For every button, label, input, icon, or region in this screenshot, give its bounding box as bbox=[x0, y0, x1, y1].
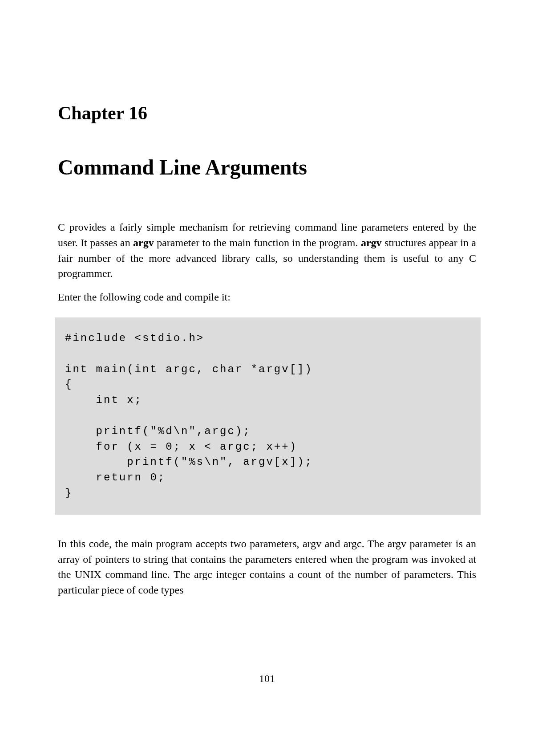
intro-paragraph-2: Enter the following code and compile it: bbox=[58, 289, 476, 305]
bold-argv-2: argv bbox=[361, 237, 382, 248]
code-block: #include <stdio.h> int main(int argc, ch… bbox=[55, 317, 481, 515]
text-fragment: parameter to the main function in the pr… bbox=[154, 237, 361, 248]
page-number: 101 bbox=[0, 673, 534, 685]
bold-argv-1: argv bbox=[133, 237, 154, 248]
chapter-number: Chapter 16 bbox=[58, 102, 476, 124]
explanation-paragraph: In this code, the main program accepts t… bbox=[58, 536, 476, 598]
intro-paragraph-1: C provides a fairly simple mechanism for… bbox=[58, 219, 476, 281]
chapter-title: Command Line Arguments bbox=[58, 155, 476, 179]
